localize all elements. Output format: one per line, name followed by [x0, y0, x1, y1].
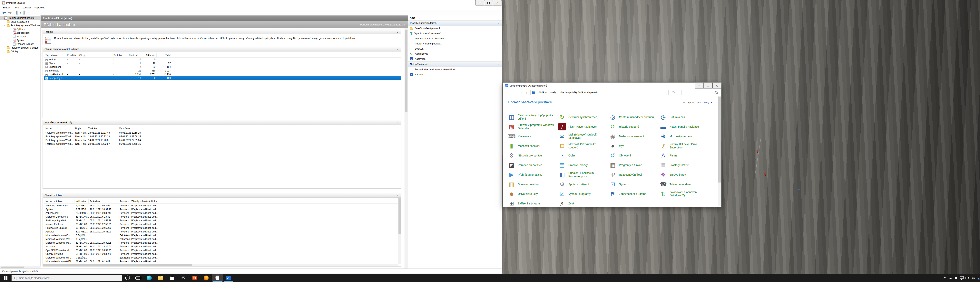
- start-button[interactable]: [0, 274, 11, 282]
- table-row[interactable]: Chyba - - - 1 12 37: [44, 61, 401, 65]
- onedrive-icon[interactable]: ☁: [949, 277, 952, 279]
- control-panel-item[interactable]: ▮ Možnosti napájení: [508, 142, 557, 150]
- table-row[interactable]: Protokoly systému Wind... Není k dis... …: [44, 135, 401, 138]
- control-panel-item[interactable]: ♬ Zvuk: [558, 200, 608, 207]
- taskbar-app-button[interactable]: [200, 274, 212, 282]
- taskbar-app-button[interactable]: [178, 274, 189, 282]
- task-view-button[interactable]: [133, 274, 143, 282]
- column-header[interactable]: Zásady uchovávání infor...: [130, 199, 160, 203]
- scrollbar-thumb[interactable]: [718, 97, 721, 182]
- control-panel-item[interactable]: ⚷ Nástroj BitLocker Drive Encryption: [660, 142, 709, 150]
- overview-section-header[interactable]: Přehled: [43, 30, 401, 34]
- tree-item[interactable]: ∨ Protokoly systému Windows: [0, 24, 40, 27]
- table-row[interactable]: Microsoft-Windows-Win... 0 Bajtů/1,... Z…: [44, 256, 401, 260]
- tree-item[interactable]: Prohlížeč událostí (Místní): [0, 16, 40, 20]
- content-scrollbar[interactable]: [718, 96, 721, 206]
- show-action-pane-button[interactable]: [23, 11, 25, 15]
- control-panel-item[interactable]: ⊞ Zařízení a tiskárny: [508, 200, 557, 207]
- control-panel-item[interactable]: ⇅ Zálohování a obnovení (Windows 7): [660, 190, 709, 198]
- menu-item[interactable]: Soubor: [1, 6, 12, 10]
- menu-item[interactable]: Nápověda: [33, 6, 47, 10]
- refresh-button[interactable]: ↻: [670, 90, 677, 95]
- column-header[interactable]: Typ události: [44, 53, 66, 57]
- control-panel-item[interactable]: ▦ Programy a funkce: [609, 161, 659, 169]
- column-header[interactable]: Poslední ...: [127, 53, 142, 57]
- taskbar-app-button[interactable]: [155, 274, 166, 282]
- tree-item[interactable]: Odběry: [0, 49, 40, 53]
- table-row[interactable]: Windows PowerShell 1,07 MB/1... 28.01.20…: [44, 204, 401, 208]
- table-row[interactable]: Neúspěšný a... - - - 10 52 169: [44, 76, 401, 80]
- control-panel-item[interactable]: ⊕ Možnosti internetu: [660, 132, 709, 140]
- control-panel-titlebar[interactable]: Všechny položky Ovládacích panelů: [503, 82, 721, 89]
- control-panel-item[interactable]: ● Myš: [609, 142, 659, 150]
- scrollbar-thumb[interactable]: [43, 265, 192, 266]
- table-row[interactable]: Aplikace 3,07 MB/2... 28.01.2021 20:31:0…: [44, 230, 401, 233]
- control-panel-item[interactable]: ⚙ Správce zařízení: [558, 181, 608, 188]
- column-header[interactable]: ID událo...: [66, 53, 78, 57]
- taskbar-app-button[interactable]: [143, 274, 155, 282]
- language-indicator[interactable]: CS: [972, 277, 975, 279]
- tree-item[interactable]: Aplikace: [0, 27, 40, 31]
- view-by-value[interactable]: Velké ikony: [697, 101, 709, 104]
- tree-expander-icon[interactable]: ∨: [4, 24, 6, 27]
- actions-group-header[interactable]: Neúspěšný audit: [408, 62, 502, 67]
- volume-icon[interactable]: [966, 277, 969, 279]
- breadcrumb-root[interactable]: Ovládací panely: [539, 91, 556, 94]
- tree-item[interactable]: Předané události: [0, 42, 40, 46]
- close-button[interactable]: [713, 82, 721, 89]
- network-icon[interactable]: [960, 276, 964, 279]
- view-by-dropdown-icon[interactable]: ▼: [711, 101, 712, 104]
- breadcrumb-current[interactable]: Všechny položky Ovládacích panelů: [560, 91, 598, 94]
- table-row[interactable]: Internet Explorer 68 kB/1,00... 05.01.20…: [44, 222, 401, 226]
- control-panel-item[interactable]: ≣ Prostory úložišť: [660, 161, 709, 169]
- table-row[interactable]: Protokoly systému Wind... Není k dis... …: [44, 138, 401, 142]
- control-panel-item[interactable]: ↺ Obnovení: [609, 152, 659, 159]
- table-row[interactable]: Microsoft-Windows-Vpn... 0 Bajtů/1,... Z…: [44, 237, 401, 241]
- maximize-button[interactable]: [484, 0, 493, 5]
- control-panel-item[interactable]: ◧ Připojení k aplikacím RemoteApp a vzd.…: [558, 171, 608, 179]
- action-item[interactable]: Zobrazit všechny instance této události: [408, 67, 502, 72]
- control-panel-item[interactable]: ⚙ Nástroje pro správu: [508, 152, 557, 159]
- forward-button[interactable]: [8, 11, 12, 14]
- tree-expander-icon[interactable]: ›: [4, 47, 6, 49]
- tree-item[interactable]: › Protokoly aplikací a služeb: [0, 46, 40, 49]
- column-header[interactable]: Změněno: [87, 126, 118, 131]
- collapse-group-icon[interactable]: [496, 63, 500, 66]
- table-row[interactable]: Protokoly systému Wind... Není k dis... …: [44, 131, 401, 135]
- address-dropdown-icon[interactable]: ∨: [663, 91, 667, 93]
- table-row[interactable]: Zabezpečení 20,00 MB/... 28.01.2021 20:3…: [44, 211, 401, 215]
- tree-item[interactable]: › Vlastní zobrazení: [0, 20, 40, 24]
- address-bar[interactable]: › Ovládací panely › Všechny položky Ovlá…: [530, 90, 668, 95]
- scrollbar-thumb[interactable]: [398, 198, 401, 234]
- table-row[interactable]: Protokoly systému Wind... Není k dis... …: [44, 142, 401, 146]
- log-summary-section-header[interactable]: Shrnutí protokolu: [43, 193, 401, 198]
- minimize-button[interactable]: [695, 82, 704, 89]
- action-item[interactable]: Zobrazit ▸: [408, 46, 502, 51]
- control-panel-item[interactable]: ↺ Historie souborů: [609, 123, 659, 131]
- forward-button[interactable]: →: [512, 90, 517, 94]
- table-row[interactable]: Microsoft-Windows-WiFi... 68 kB/1,00... …: [44, 260, 401, 263]
- control-panel-item[interactable]: ☻ Uživatelské účty: [508, 190, 557, 198]
- taskbar-search[interactable]: [11, 275, 122, 281]
- control-panel-item[interactable]: Ψ Rozpoznávání řeči: [609, 171, 659, 179]
- show-console-tree-button[interactable]: [16, 11, 18, 15]
- taskbar-app-button[interactable]: [223, 274, 234, 282]
- minimize-button[interactable]: [475, 0, 484, 5]
- table-row[interactable]: Úspěšný audit - - - 1 131 2 751 14 226: [44, 73, 401, 76]
- action-item[interactable]: Aktualizovat: [408, 51, 502, 56]
- event-viewer-titlebar[interactable]: Prohlížeč událostí: [0, 0, 502, 5]
- collapse-section-icon[interactable]: [396, 194, 399, 196]
- table-row[interactable]: OpenSSH/Operational 68 kB/1,00... 28.01.…: [44, 248, 401, 252]
- recent-nodes-section-header[interactable]: Naposledy zobrazené uzly: [43, 120, 401, 125]
- control-panel-item[interactable]: ▧ Firewall v programu Windows Defender: [508, 123, 557, 131]
- table-row[interactable]: Microsoft-Windows-Mo... 68 kB/1,00... 28…: [44, 241, 401, 245]
- tree-expander-icon[interactable]: ›: [4, 21, 6, 23]
- scrollbar-thumb[interactable]: [1, 266, 24, 268]
- column-header[interactable]: Vytvořeno: [118, 126, 148, 131]
- scrollbar-thumb[interactable]: [405, 30, 407, 112]
- control-panel-item[interactable]: ▬ Hlavní panel a navigace: [660, 123, 709, 131]
- table-row[interactable]: Microsoft-Windows-Vpn... 0 Bajtů/1,... Z…: [44, 233, 401, 237]
- control-panel-item[interactable]: ◫ Centrum síťových připojení a sdílení: [508, 113, 557, 121]
- admin-events-section-header[interactable]: Shrnutí administrativních událostí: [43, 47, 401, 52]
- taskbar-app-button[interactable]: [189, 274, 200, 282]
